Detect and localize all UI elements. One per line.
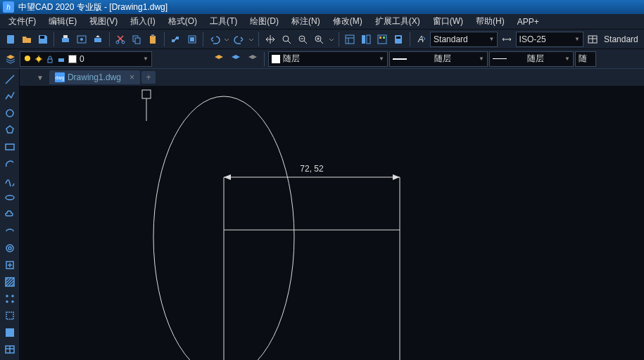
ellipse-arc-button[interactable] [2,224,18,239]
tool-palette-button[interactable] [375,32,390,47]
svg-rect-3 [63,35,68,38]
region-button[interactable] [2,308,18,323]
separator [258,32,259,46]
chevron-down-icon: ▼ [574,36,580,42]
line-button[interactable] [2,72,18,87]
svg-rect-0 [7,35,14,44]
color-value: 随层 [283,53,300,65]
cut-button[interactable] [113,32,128,47]
print-button[interactable] [58,32,72,47]
design-center-button[interactable] [359,32,374,47]
svg-point-34 [6,195,14,200]
drawing-canvas[interactable]: 72, 52 [20,86,644,360]
paste-button[interactable] [146,32,160,47]
polygon-button[interactable] [2,122,18,138]
layer-dropdown[interactable]: 0 ▼ [20,51,152,67]
calc-button[interactable] [391,32,406,47]
linetype-dropdown[interactable]: 随层 ▼ [389,51,488,67]
menu-extend[interactable]: 扩展工具(X) [370,14,426,29]
plotstyle-dropdown[interactable]: 随 [575,51,596,67]
separator [203,32,203,46]
menu-view[interactable]: 视图(V) [84,14,123,29]
svg-rect-23 [383,37,385,39]
hatch-button[interactable] [2,274,18,290]
new-button[interactable] [3,32,18,47]
text-style-dropdown[interactable]: Standard ▼ [430,32,498,47]
tab-list-dropdown-icon[interactable]: ▼ [37,74,44,82]
close-icon[interactable]: × [130,72,134,82]
svg-rect-24 [395,35,402,44]
arc-button[interactable] [2,156,18,172]
copy-button[interactable] [130,32,144,47]
svg-rect-12 [151,34,154,37]
zoom-realtime-button[interactable] [279,32,293,47]
redo-button[interactable] [232,32,246,47]
menu-format[interactable]: 格式(O) [163,14,203,29]
lineweight-dropdown[interactable]: 随层 ▼ [489,51,574,67]
menu-draw[interactable]: 绘图(D) [244,14,284,29]
table-style-icon[interactable] [585,32,600,47]
layer-state-button[interactable] [245,51,260,67]
print-preview-button[interactable] [74,32,89,47]
ellipse-button[interactable] [2,190,18,205]
undo-button[interactable] [207,32,222,47]
donut-button[interactable] [2,240,18,256]
chevron-down-icon: ▼ [143,56,149,62]
menu-dimension[interactable]: 标注(N) [286,14,326,29]
new-tab-button[interactable]: + [141,71,156,84]
canvas-area: ▼ dwg Drawing1.dwg × + [20,69,644,360]
polyline-button[interactable] [2,89,18,104]
layer-manager-button[interactable] [3,51,18,67]
menu-app[interactable]: APP+ [512,15,545,28]
svg-rect-20 [367,35,370,44]
menu-help[interactable]: 帮助(H) [470,14,510,29]
menu-insert[interactable]: 插入(I) [125,14,160,29]
table-style-value: Standard [601,34,641,44]
wipeout-button[interactable] [2,325,18,340]
open-button[interactable] [19,32,34,47]
zoom-window-button[interactable] [312,32,327,47]
color-dropdown[interactable]: 随层 ▼ [268,51,388,67]
rectangle-button[interactable] [2,139,18,155]
document-tab[interactable]: dwg Drawing1.dwg × [49,70,140,84]
publish-button[interactable] [91,32,106,47]
svg-rect-43 [6,328,14,337]
menu-file[interactable]: 文件(F) [3,14,42,29]
main-area: ▼ dwg Drawing1.dwg × + [0,69,644,360]
menubar: 文件(F) 编辑(E) 视图(V) 插入(I) 格式(O) 工具(T) 绘图(D… [0,14,644,30]
circle-button[interactable] [2,105,18,121]
svg-rect-22 [379,37,381,39]
layer-prev-button[interactable] [211,51,227,67]
undo-dropdown-icon[interactable] [223,32,230,47]
zoom-previous-button[interactable] [295,32,310,47]
match-button[interactable] [168,32,183,47]
menu-tools[interactable]: 工具(T) [204,14,243,29]
pan-button[interactable] [263,32,277,47]
svg-rect-11 [150,36,156,44]
cloud-button[interactable] [2,207,18,222]
chevron-down-icon: ▼ [564,56,570,62]
point-button[interactable] [2,291,18,307]
svg-text:A: A [417,34,424,44]
svg-point-40 [12,295,13,297]
dim-style-dropdown[interactable]: ISO-25 ▼ [516,32,583,47]
table-button[interactable] [2,342,18,357]
save-button[interactable] [35,32,50,47]
spline-button[interactable] [2,173,18,188]
block-button[interactable] [184,32,199,47]
dim-style-icon[interactable] [499,32,514,47]
block-insert-button[interactable] [2,257,18,273]
redo-dropdown-icon[interactable] [248,32,255,47]
menu-window[interactable]: 窗口(W) [427,14,469,29]
tab-filename: Drawing1.dwg [68,72,121,82]
layer-iso-button[interactable] [228,51,244,67]
layer-color-swatch [68,55,77,63]
svg-point-5 [80,38,83,41]
linetype-value: 随层 [434,53,451,65]
menu-edit[interactable]: 编辑(E) [43,14,82,29]
zoom-dropdown-icon[interactable] [328,32,335,47]
menu-modify[interactable]: 修改(M) [327,14,368,29]
sun-icon [34,55,43,63]
text-style-icon[interactable]: A [414,32,429,47]
properties-button[interactable] [343,32,358,47]
